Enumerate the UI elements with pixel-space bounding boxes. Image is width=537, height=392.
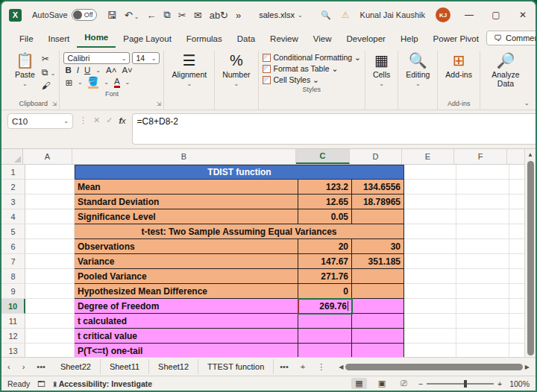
cell-f7[interactable] bbox=[456, 254, 509, 269]
cell-e3[interactable] bbox=[404, 195, 456, 209]
cell-b4[interactable]: Significance Level bbox=[75, 209, 298, 224]
row-header-3[interactable]: 3 bbox=[1, 195, 25, 209]
cell-a1[interactable] bbox=[25, 165, 75, 180]
email-icon[interactable]: ✉ bbox=[194, 10, 202, 21]
autosave-toggle[interactable]: Off bbox=[72, 9, 97, 21]
zoom-level[interactable]: 100% bbox=[509, 379, 530, 388]
scroll-right-icon[interactable]: ▶ bbox=[525, 364, 530, 370]
cell-f11[interactable] bbox=[456, 314, 509, 329]
scroll-left-icon[interactable]: ◀ bbox=[339, 364, 343, 370]
sheet-tab-sheet11[interactable]: Sheet11 bbox=[101, 359, 149, 374]
close-button[interactable]: ✕ bbox=[515, 10, 531, 20]
cell-d9[interactable] bbox=[352, 284, 404, 299]
select-all-corner[interactable] bbox=[1, 149, 23, 164]
fill-handle[interactable] bbox=[350, 312, 352, 314]
tab-data[interactable]: Data bbox=[230, 31, 263, 48]
horizontal-scroll-thumb[interactable] bbox=[345, 364, 522, 370]
increase-font-icon[interactable]: A˄ bbox=[106, 66, 116, 75]
cell-c9[interactable]: 0 bbox=[298, 284, 352, 299]
row-header-6[interactable]: 6 bbox=[1, 239, 25, 254]
search-icon[interactable]: 🔍 bbox=[321, 10, 331, 20]
tab-page-layout[interactable]: Page Layout bbox=[116, 31, 179, 48]
zoom-slider-knob[interactable] bbox=[464, 380, 467, 388]
cell-g4[interactable] bbox=[509, 209, 524, 224]
cell-b12[interactable]: t critical value bbox=[75, 329, 298, 344]
cell-f4[interactable] bbox=[456, 209, 509, 224]
row-header-2[interactable]: 2 bbox=[1, 180, 25, 195]
addins-button[interactable]: ⊞ Add-ins bbox=[442, 51, 476, 80]
cell-f9[interactable] bbox=[456, 284, 509, 299]
sheet-tab-sheet22[interactable]: Sheet22 bbox=[51, 359, 101, 374]
tab-formulas[interactable]: Formulas bbox=[179, 31, 230, 48]
zoom-slider[interactable]: − + bbox=[418, 379, 502, 388]
cell-g3[interactable] bbox=[509, 195, 524, 209]
cell-c11[interactable] bbox=[298, 314, 352, 329]
page-layout-view-icon[interactable]: ▣ bbox=[374, 378, 389, 389]
cell-d10[interactable] bbox=[352, 299, 404, 314]
cell-d12[interactable] bbox=[352, 329, 404, 344]
cell-e5[interactable] bbox=[404, 224, 456, 239]
format-as-table-button[interactable]: Format as Table ⌄ bbox=[263, 64, 361, 73]
scroll-up-icon[interactable]: ▲ bbox=[527, 149, 533, 160]
cell-c2[interactable]: 123.2 bbox=[298, 180, 352, 195]
conditional-formatting-button[interactable]: Conditional Formatting ⌄ bbox=[263, 53, 361, 62]
comments-button[interactable]: 🗨 Comments bbox=[486, 31, 537, 45]
font-color-icon[interactable]: A bbox=[114, 77, 120, 88]
cell-e6[interactable] bbox=[404, 239, 456, 254]
macro-record-icon[interactable]: 🗔 bbox=[37, 379, 45, 388]
collapse-ribbon-icon[interactable]: ⌄ bbox=[524, 99, 530, 107]
horizontal-scrollbar[interactable]: ◀ ▶ bbox=[339, 363, 530, 371]
sheet-tab-ttest-function[interactable]: TTEST function bbox=[198, 359, 274, 374]
cell-f5[interactable] bbox=[456, 224, 509, 239]
column-header-b[interactable]: B bbox=[72, 149, 296, 164]
number-button[interactable]: % Number⌄ bbox=[219, 51, 254, 89]
font-dialog-launcher-icon[interactable]: ⇲ bbox=[157, 101, 162, 107]
undo-icon[interactable]: ↶ ⌄ bbox=[125, 10, 139, 21]
cell-a11[interactable] bbox=[25, 314, 75, 329]
cell-d6[interactable]: 30 bbox=[352, 239, 404, 254]
sheet-menu-icon[interactable]: ⋮ bbox=[311, 362, 331, 372]
borders-icon[interactable]: ⊞ bbox=[65, 78, 72, 88]
qat-overflow-icon[interactable]: » bbox=[236, 10, 241, 21]
cell-f8[interactable] bbox=[456, 269, 509, 284]
row-header-5[interactable]: 5 bbox=[1, 224, 25, 239]
cell-g8[interactable] bbox=[509, 269, 524, 284]
cell-d13[interactable] bbox=[352, 344, 404, 357]
cell-f2[interactable] bbox=[456, 180, 509, 195]
cell-f1[interactable] bbox=[456, 165, 509, 180]
tab-home[interactable]: Home bbox=[77, 30, 116, 48]
row-header-1[interactable]: 1 bbox=[1, 165, 25, 180]
cell-b1-d1-merged[interactable]: TDIST function bbox=[75, 165, 404, 180]
cell-a8[interactable] bbox=[25, 269, 75, 284]
cell-f10[interactable] bbox=[456, 299, 509, 314]
row-header-12[interactable]: 12 bbox=[1, 329, 25, 344]
column-header-a[interactable]: A bbox=[23, 149, 72, 164]
cell-g13[interactable] bbox=[509, 344, 524, 357]
cell-a9[interactable] bbox=[25, 284, 75, 299]
sheet-more-left-icon[interactable]: ••• bbox=[31, 362, 51, 371]
cell-e2[interactable] bbox=[404, 180, 456, 195]
save-icon[interactable]: 🖫 bbox=[107, 10, 117, 21]
cell-d2[interactable]: 134.6556 bbox=[352, 180, 404, 195]
cell-e9[interactable] bbox=[404, 284, 456, 299]
cell-b11[interactable]: t calculated bbox=[75, 314, 298, 329]
cell-a7[interactable] bbox=[25, 254, 75, 269]
underline-button[interactable]: U bbox=[84, 66, 90, 75]
cell-g6[interactable] bbox=[509, 239, 524, 254]
cell-g9[interactable] bbox=[509, 284, 524, 299]
file-name[interactable]: sales.xlsx⌄ bbox=[259, 10, 302, 19]
user-name[interactable]: Kunal Jai Kaushik bbox=[360, 10, 425, 19]
decrease-font-icon[interactable]: A˅ bbox=[122, 66, 132, 75]
insert-function-icon[interactable]: fx bbox=[119, 116, 125, 125]
zoom-out-icon[interactable]: − bbox=[418, 379, 423, 388]
cells-button[interactable]: ▦ Cells⌄ bbox=[369, 51, 394, 89]
cell-d3[interactable]: 18.78965 bbox=[352, 195, 404, 209]
cut-icon[interactable]: ✂ bbox=[178, 10, 186, 21]
sheet-more-right-icon[interactable]: ••• bbox=[274, 362, 295, 371]
minimize-button[interactable]: — bbox=[461, 10, 477, 20]
tab-file[interactable]: File bbox=[12, 31, 41, 48]
cut-icon[interactable]: ✂ bbox=[42, 54, 56, 64]
tab-developer[interactable]: Developer bbox=[339, 31, 393, 48]
cell-a3[interactable] bbox=[25, 195, 75, 209]
normal-view-icon[interactable]: ▦ bbox=[351, 378, 366, 389]
